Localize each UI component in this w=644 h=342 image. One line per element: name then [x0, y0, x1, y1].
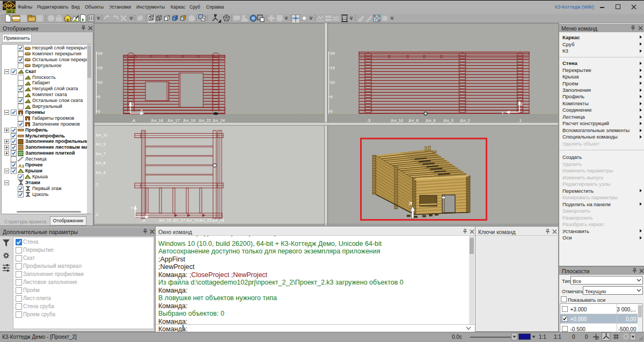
svg-text:,Бл_3: ,Бл_3: [443, 118, 453, 123]
svg-text:,3: ,3: [367, 118, 370, 123]
svg-text:,Бл_24: ,Бл_24: [212, 118, 225, 123]
svg-text:x: x: [141, 108, 143, 113]
svg-text:,Бл_17: ,Бл_17: [167, 118, 180, 123]
svg-text:,Бл_9: ,Бл_9: [95, 142, 106, 147]
svg-text:5: 5: [98, 94, 100, 99]
svg-text:,Бл_4: ,Бл_4: [95, 170, 106, 175]
svg-text:z: z: [521, 101, 523, 106]
svg-text:,Бл_19: ,Бл_19: [186, 218, 199, 223]
svg-text:,Бл_11: ,Бл_11: [95, 133, 107, 137]
svg-text:,1: ,1: [95, 212, 98, 217]
svg-text:5: 5: [331, 94, 333, 99]
svg-text:,Бл_19: ,Бл_19: [182, 118, 195, 123]
svg-text:0: 0: [331, 109, 333, 114]
svg-text:z: z: [132, 102, 134, 107]
svg-text:,Бл_6: ,Бл_6: [95, 161, 106, 165]
svg-text:,Бл_10: ,Бл_10: [390, 118, 403, 123]
svg-text:,Бл_22: ,Бл_22: [199, 218, 211, 223]
svg-text:,Бл_22: ,Бл_22: [198, 118, 211, 123]
svg-text:15: 15: [98, 66, 103, 70]
svg-text:20: 20: [331, 51, 335, 56]
svg-text:,1: ,1: [518, 118, 522, 123]
svg-text:,А: ,А: [131, 118, 135, 123]
svg-text:10.2: 10.2: [7, 9, 15, 13]
svg-text:,2: ,2: [95, 182, 98, 187]
svg-text:,Бл_17: ,Бл_17: [172, 218, 185, 223]
svg-text:Y: Y: [130, 206, 133, 210]
svg-text:Y: Y: [501, 111, 504, 115]
svg-text:,Бл_6: ,Бл_6: [425, 118, 436, 123]
svg-text:0: 0: [98, 109, 100, 114]
svg-text:,Бл_7: ,Бл_7: [95, 151, 106, 156]
svg-text:x: x: [146, 212, 148, 216]
svg-text:,Бл_2: ,Бл_2: [459, 118, 470, 123]
svg-text:10: 10: [98, 80, 103, 85]
svg-text:,А: ,А: [142, 218, 145, 223]
svg-text:,Бл_16: ,Бл_16: [150, 118, 163, 123]
svg-text:,Бл_8: ,Бл_8: [408, 118, 419, 123]
svg-text:,Бл_15: ,Бл_15: [158, 218, 171, 223]
svg-text:,Бл_24: ,Бл_24: [211, 218, 224, 223]
svg-text:Aз: Aз: [18, 163, 24, 168]
svg-text:20: 20: [98, 51, 103, 56]
svg-text:15: 15: [331, 66, 335, 70]
svg-text:10: 10: [331, 80, 335, 85]
